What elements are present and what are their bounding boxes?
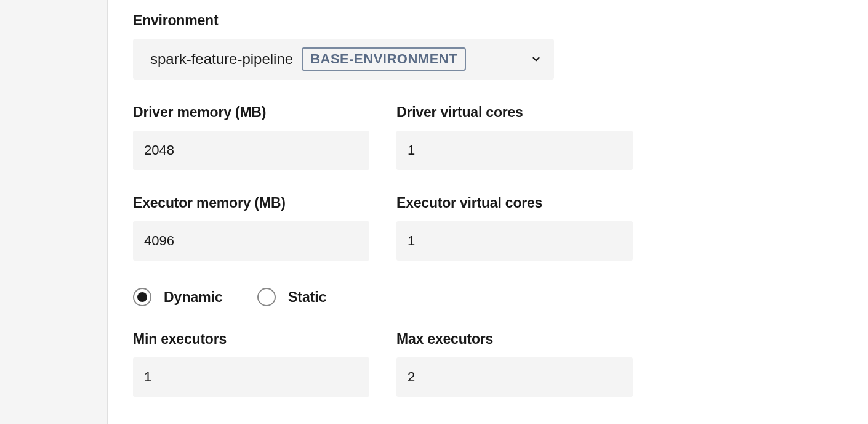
main-content: Environment spark-feature-pipeline BASE-… [108, 0, 868, 424]
radio-dynamic[interactable]: Dynamic [133, 288, 223, 306]
environment-select[interactable]: spark-feature-pipeline BASE-ENVIRONMENT [133, 39, 554, 80]
max-executors-input[interactable] [396, 357, 633, 397]
radio-dynamic-indicator [133, 288, 151, 306]
executor-memory-label: Executor memory (MB) [133, 195, 369, 211]
max-executors-label: Max executors [396, 331, 633, 348]
min-executors-label: Min executors [133, 331, 369, 348]
left-sidebar [0, 0, 108, 424]
min-executors-field: Min executors [133, 331, 369, 397]
max-executors-field: Max executors [396, 331, 633, 397]
allocation-mode-group: Dynamic Static [133, 288, 843, 306]
executor-memory-input[interactable] [133, 221, 369, 261]
radio-static-indicator [257, 288, 276, 306]
executor-cores-input[interactable] [396, 221, 633, 261]
environment-selected-name: spark-feature-pipeline [150, 51, 293, 68]
chevron-down-icon [531, 54, 542, 65]
environment-badge: BASE-ENVIRONMENT [302, 47, 466, 71]
environment-label: Environment [133, 12, 843, 29]
driver-cores-field: Driver virtual cores [396, 104, 633, 170]
driver-memory-input[interactable] [133, 131, 369, 170]
radio-static[interactable]: Static [257, 288, 327, 306]
driver-cores-input[interactable] [396, 131, 633, 170]
driver-memory-field: Driver memory (MB) [133, 104, 369, 170]
min-executors-input[interactable] [133, 357, 369, 397]
executor-cores-field: Executor virtual cores [396, 195, 633, 261]
executor-cores-label: Executor virtual cores [396, 195, 633, 211]
executor-memory-field: Executor memory (MB) [133, 195, 369, 261]
driver-memory-label: Driver memory (MB) [133, 104, 369, 121]
driver-cores-label: Driver virtual cores [396, 104, 633, 121]
radio-dynamic-label: Dynamic [164, 289, 223, 306]
radio-static-label: Static [288, 289, 327, 306]
